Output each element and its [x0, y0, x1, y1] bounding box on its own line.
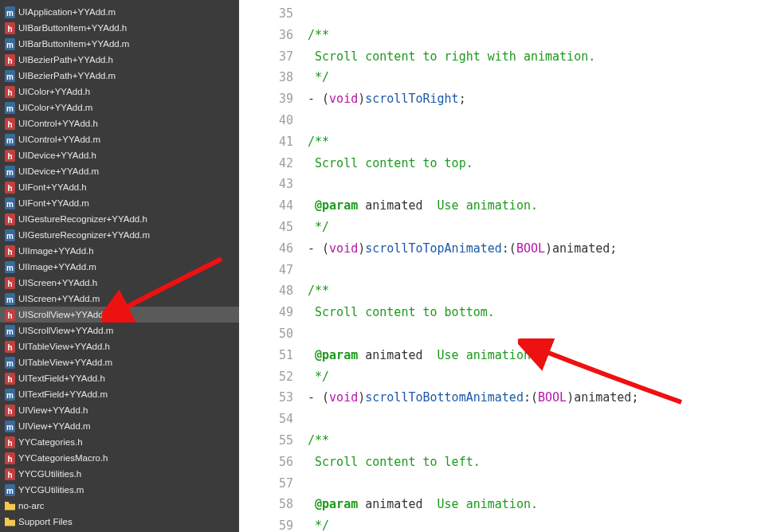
svg-text:m: m: [6, 199, 14, 208]
impl-file-icon: m: [5, 166, 15, 178]
line-number: 45: [239, 217, 293, 238]
file-item[interactable]: mUIDevice+YYAdd.m: [0, 163, 239, 179]
code-line[interactable]: */: [308, 67, 773, 88]
folder-item[interactable]: Support Files: [0, 514, 239, 530]
file-item[interactable]: hUIFont+YYAdd.h: [0, 179, 239, 195]
file-item[interactable]: mUIBarButtonItem+YYAdd.m: [0, 36, 239, 52]
svg-text:h: h: [7, 342, 12, 351]
line-number: 41: [239, 131, 293, 153]
svg-text:h: h: [7, 406, 12, 415]
file-item[interactable]: mUIView+YYAdd.m: [0, 418, 239, 434]
file-label: UIColor+YYAdd.m: [18, 103, 92, 112]
header-file-icon: h: [5, 373, 15, 385]
line-number: 44: [239, 195, 293, 217]
code-line[interactable]: - (void)scrollToBottomAnimated:(BOOL)ani…: [308, 387, 773, 409]
file-item[interactable]: mUIFont+YYAdd.m: [0, 195, 239, 211]
line-number: 51: [239, 345, 293, 366]
header-file-icon: h: [5, 277, 15, 289]
file-item[interactable]: mUIScreen+YYAdd.m: [0, 291, 239, 307]
line-gutter: 3536373839404142434445464748495051525354…: [239, 0, 308, 532]
svg-text:h: h: [7, 24, 12, 33]
header-file-icon: h: [5, 468, 15, 480]
code-line[interactable]: @param animated Use animation.: [308, 494, 773, 515]
file-label: UIColor+YYAdd.h: [18, 87, 90, 96]
folder-item[interactable]: no-arc: [0, 498, 239, 514]
file-label: YYCGUtilities.h: [18, 469, 81, 479]
file-item[interactable]: hYYCGUtilities.h: [0, 466, 239, 482]
file-item[interactable]: mUITextField+YYAdd.m: [0, 386, 239, 402]
code-line[interactable]: [308, 409, 773, 430]
svg-text:h: h: [7, 215, 12, 224]
header-file-icon: h: [5, 245, 15, 257]
file-label: UIDevice+YYAdd.h: [18, 151, 96, 160]
svg-text:m: m: [6, 327, 14, 335]
file-item[interactable]: hUIControl+YYAdd.h: [0, 115, 239, 131]
svg-text:m: m: [6, 263, 14, 272]
code-line[interactable]: [308, 260, 773, 281]
code-line[interactable]: /**: [308, 131, 773, 153]
code-line[interactable]: */: [308, 366, 773, 388]
line-number: 35: [239, 3, 293, 25]
code-line[interactable]: /**: [308, 280, 773, 302]
file-item[interactable]: mUIColor+YYAdd.m: [0, 100, 239, 115]
impl-file-icon: m: [5, 357, 15, 369]
svg-text:h: h: [7, 183, 12, 192]
file-item[interactable]: hUIDevice+YYAdd.h: [0, 147, 239, 163]
file-item[interactable]: hUIColor+YYAdd.h: [0, 84, 239, 100]
code-line[interactable]: Scroll content to top.: [308, 153, 773, 174]
code-line[interactable]: */: [308, 217, 773, 238]
file-item[interactable]: hUITableView+YYAdd.h: [0, 338, 239, 354]
file-item[interactable]: hUIImage+YYAdd.h: [0, 243, 239, 259]
svg-text:h: h: [7, 438, 12, 447]
file-item[interactable]: hUIScrollView+YYAdd.h: [0, 307, 239, 323]
line-number: 43: [239, 174, 293, 195]
code-line[interactable]: @param animated Use animation.: [308, 345, 773, 366]
impl-file-icon: m: [5, 6, 15, 18]
file-item[interactable]: hUIGestureRecognizer+YYAdd.h: [0, 211, 239, 227]
code-line[interactable]: [308, 3, 773, 25]
code-line[interactable]: @param animated Use animation.: [308, 195, 773, 217]
impl-file-icon: m: [5, 70, 15, 82]
file-item[interactable]: mUIScrollView+YYAdd.m: [0, 323, 239, 338]
file-item[interactable]: mUIControl+YYAdd.m: [0, 131, 239, 147]
svg-text:h: h: [7, 374, 12, 383]
file-item[interactable]: hUIBezierPath+YYAdd.h: [0, 52, 239, 68]
code-area[interactable]: /** Scroll content to right with animati…: [308, 0, 773, 532]
code-line[interactable]: [308, 110, 773, 131]
line-number: 56: [239, 452, 293, 473]
file-item[interactable]: mUIGestureRecognizer+YYAdd.m: [0, 227, 239, 243]
file-label: UIView+YYAdd.h: [18, 405, 88, 415]
code-line[interactable]: [308, 323, 773, 345]
file-item[interactable]: mUIBezierPath+YYAdd.m: [0, 68, 239, 84]
code-line[interactable]: /**: [308, 430, 773, 452]
file-item[interactable]: hUIScreen+YYAdd.h: [0, 275, 239, 291]
code-line[interactable]: [308, 174, 773, 195]
file-label: UITextField+YYAdd.h: [18, 374, 105, 383]
line-number: 37: [239, 46, 293, 68]
code-line[interactable]: */: [308, 515, 773, 532]
code-line[interactable]: - (void)scrollToTopAnimated:(BOOL)animat…: [308, 238, 773, 260]
file-label: UIGestureRecognizer+YYAdd.m: [18, 230, 150, 240]
code-line[interactable]: /**: [308, 25, 773, 46]
code-line[interactable]: - (void)scrollToRight;: [308, 88, 773, 110]
app-root: mUIApplication+YYAdd.mhUIBarButtonItem+Y…: [0, 0, 773, 532]
file-item[interactable]: hYYCategories.h: [0, 434, 239, 450]
svg-text:m: m: [6, 40, 14, 49]
file-item[interactable]: mUIApplication+YYAdd.m: [0, 4, 239, 20]
code-line[interactable]: [308, 473, 773, 495]
code-line[interactable]: Scroll content to bottom.: [308, 302, 773, 323]
code-editor[interactable]: 3536373839404142434445464748495051525354…: [239, 0, 773, 532]
file-item[interactable]: hUITextField+YYAdd.h: [0, 370, 239, 386]
file-item[interactable]: hUIView+YYAdd.h: [0, 402, 239, 418]
code-line[interactable]: Scroll content to left.: [308, 452, 773, 473]
file-item[interactable]: mUITableView+YYAdd.m: [0, 354, 239, 370]
code-line[interactable]: Scroll content to right with animation.: [308, 46, 773, 68]
file-item[interactable]: hYYCategoriesMacro.h: [0, 450, 239, 466]
file-item[interactable]: mUIImage+YYAdd.m: [0, 259, 239, 275]
file-label: UIImage+YYAdd.m: [18, 262, 96, 272]
svg-text:m: m: [6, 390, 14, 399]
svg-text:m: m: [6, 8, 14, 17]
file-item[interactable]: hUIBarButtonItem+YYAdd.h: [0, 20, 239, 36]
file-navigator[interactable]: mUIApplication+YYAdd.mhUIBarButtonItem+Y…: [0, 0, 239, 532]
file-item[interactable]: mYYCGUtilities.m: [0, 482, 239, 498]
